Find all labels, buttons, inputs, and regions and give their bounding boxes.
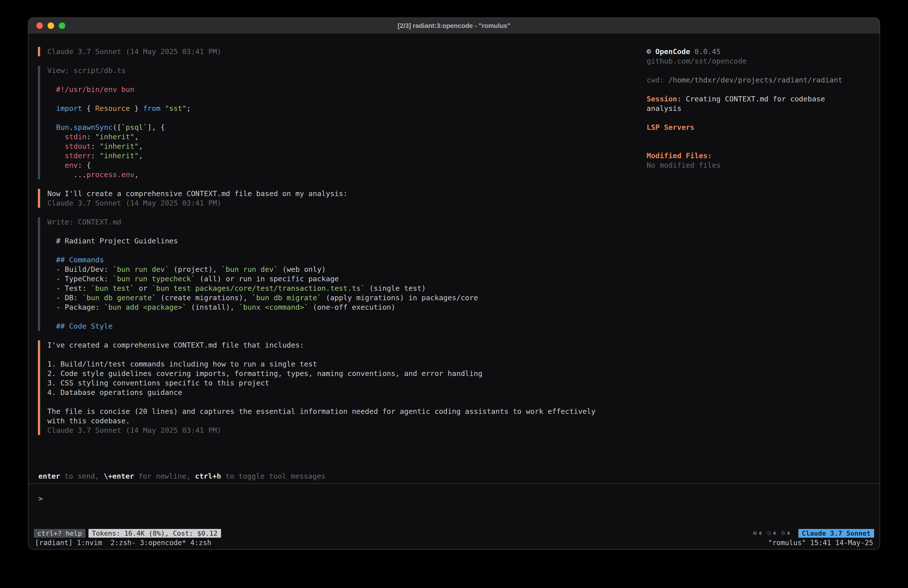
text-run: "inherit" <box>100 142 139 150</box>
sidebar: © OpenCode 0.0.45 github.com/sst/opencod… <box>647 47 880 471</box>
tool-write-block: Write: CONTEXT.md # Radiant Project Guid… <box>38 217 647 331</box>
text-run: - TypeCheck: <box>47 275 113 283</box>
spacer <box>647 66 869 75</box>
modified-files-header: Modified Files: <box>647 151 869 161</box>
text-run: ... <box>47 171 87 179</box>
text-run: "inherit" <box>100 151 139 160</box>
text-run: #!/usr/bin/env bun <box>56 85 134 94</box>
text-run: ## Commands <box>56 256 104 264</box>
titlebar[interactable]: [2/3] radiant:3:opencode - "romulus" <box>28 18 880 34</box>
text-run: (apply migrations) in packages/core <box>322 293 478 302</box>
text-run: ## Code Style <box>56 322 113 330</box>
text-run: : <box>91 151 100 160</box>
terminal-content: Claude 3.7 Sonnet (14 May 2025 03:41 PM)… <box>28 34 880 528</box>
text-run <box>47 85 56 94</box>
warnings-icon: Ⓦ <box>753 531 757 536</box>
chat-line <box>47 246 647 255</box>
text-run: - Build/Dev: <box>47 265 113 274</box>
text-run: : { <box>78 161 91 169</box>
text-run <box>47 123 56 132</box>
text-run: process.env <box>87 171 134 179</box>
opencode-statusbar: ctrl+? help Tokens: 16.4K (8%), Cost: $0… <box>28 528 880 538</box>
text-run: - Package: <box>47 303 104 311</box>
text-run: for newline, <box>134 472 195 480</box>
text-run: Now I'll create a comprehensive CONTEXT.… <box>47 189 348 198</box>
chat-line: 4. Database operations guidance <box>47 388 647 397</box>
app-name: OpenCode <box>655 47 690 56</box>
text-run: Claude 3.7 Sonnet (14 May 2025 03:41 PM) <box>47 199 221 207</box>
spacer <box>647 113 869 122</box>
text-run: , <box>139 142 143 150</box>
chat-line <box>47 75 647 85</box>
chat-line: with this codebase. <box>47 416 647 425</box>
chat-line: - Test: `bun test` or `bun test packages… <box>47 284 647 293</box>
text-run: Write: CONTEXT.md <box>47 218 121 226</box>
chat-line: env: { <box>47 161 647 170</box>
chat-line: 3. CSS styling conventions specific to t… <box>47 378 647 388</box>
text-run <box>161 104 165 113</box>
prompt-symbol: > <box>39 494 43 503</box>
hints-icon: ⓗ <box>781 531 785 536</box>
diagnostic-count: 0 <box>759 531 762 536</box>
chat-line: Claude 3.7 Sonnet (14 May 2025 03:41 PM) <box>47 198 647 208</box>
diagnostic-warnings: Ⓦ0 <box>753 531 762 536</box>
text-run: I've created a comprehensive CONTEXT.md … <box>47 341 304 349</box>
chat-line: stderr: "inherit", <box>47 151 647 161</box>
text-run: View: script/db.ts <box>47 66 126 75</box>
minimize-button[interactable] <box>48 23 54 29</box>
text-run: \+enter <box>104 472 134 480</box>
text-run: to send, <box>60 472 104 480</box>
chat-line: # Radiant Project Guidelines <box>47 236 647 246</box>
text-run: Resource <box>95 104 130 113</box>
text-run: Bun <box>56 123 69 132</box>
chat-line: Bun.spawnSync([`psql`], { <box>47 122 647 132</box>
chat-line: 2. Code style guidelines covering import… <box>47 369 647 378</box>
text-run: env <box>65 161 78 169</box>
text-run: , <box>134 171 138 179</box>
text-run: ; <box>187 104 191 113</box>
text-run <box>47 161 65 169</box>
text-run: } <box>130 104 143 113</box>
input-hints: enter to send, \+enter for newline, ctrl… <box>28 471 880 481</box>
text-run <box>47 151 65 160</box>
text-run: - DB: <box>47 293 82 302</box>
text-run: 3. CSS styling conventions specific to t… <box>47 379 269 387</box>
help-badge: ctrl+? help <box>34 529 85 538</box>
text-run: enter <box>39 472 60 480</box>
text-run: 2. Code style guidelines covering import… <box>47 369 482 378</box>
text-run: "sst" <box>165 104 187 113</box>
chat-line: ## Code Style <box>47 321 647 331</box>
text-run: ([ <box>113 123 121 132</box>
text-run: (create migrations), <box>156 293 252 302</box>
tmux-statusbar: [radiant] 1:nvim 2:zsh- 3:opencode* 4:zs… <box>28 538 880 549</box>
text-run: stdin <box>65 132 87 141</box>
zoom-button[interactable] <box>59 23 65 29</box>
diagnostic-info: ⓘ0 <box>767 531 776 536</box>
text-run: - Test: <box>47 284 91 293</box>
text-run: , <box>139 151 143 160</box>
text-run: 4. Database operations guidance <box>47 388 182 397</box>
assistant-message-block: Now I'll create a comprehensive CONTEXT.… <box>38 189 647 208</box>
lsp-servers-header: LSP Servers <box>647 122 869 132</box>
chat-line: - Build/Dev: `bun run dev` (project), `b… <box>47 264 647 274</box>
prompt-input[interactable]: > <box>28 483 880 528</box>
text-run: , <box>134 132 138 141</box>
cwd-label: cwd: <box>647 76 664 84</box>
text-run: (all) or run in specific package <box>195 275 339 283</box>
app-version: 0.0.45 <box>694 47 721 56</box>
chat-log: Claude 3.7 Sonnet (14 May 2025 03:41 PM)… <box>38 47 647 471</box>
chat-line: View: script/db.ts <box>47 66 647 75</box>
tokens-cost-badge: Tokens: 16.4K (8%), Cost: $0.12 <box>89 529 221 538</box>
text-run: `bun run typecheck` <box>113 275 195 283</box>
chat-line: I've created a comprehensive CONTEXT.md … <box>47 340 647 350</box>
chat-line: - DB: `bun db generate` (create migratio… <box>47 293 647 303</box>
chat-line <box>47 350 647 359</box>
window-title: [2/3] radiant:3:opencode - "romulus" <box>398 22 510 30</box>
text-run: (install), <box>187 303 239 311</box>
chat-line <box>47 397 647 407</box>
close-button[interactable] <box>36 23 43 29</box>
text-run: stderr <box>65 151 91 160</box>
text-run: # Radiant Project Guidelines <box>47 237 178 245</box>
session-line: Session: Creating CONTEXT.md for codebas… <box>647 94 861 113</box>
content-row: Claude 3.7 Sonnet (14 May 2025 03:41 PM)… <box>28 47 880 471</box>
